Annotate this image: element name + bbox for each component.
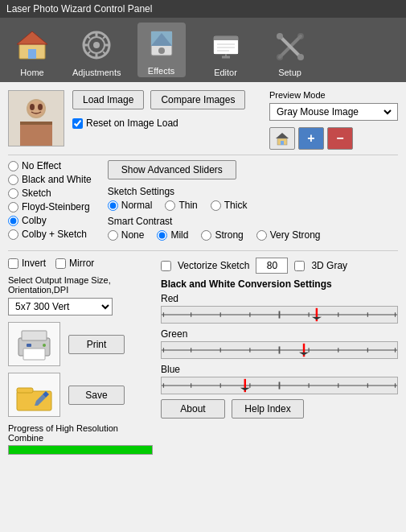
adjustments-icon xyxy=(77,26,116,64)
plus-nav-button[interactable]: + xyxy=(298,127,324,150)
effect-sketch[interactable]: Sketch xyxy=(8,188,92,199)
svg-rect-19 xyxy=(214,36,238,40)
invert-label: Invert xyxy=(22,258,46,269)
toolbar: Home Adjustments xyxy=(0,18,406,82)
normal-radio[interactable] xyxy=(108,200,118,211)
sketch-normal[interactable]: Normal xyxy=(108,200,153,211)
svg-rect-35 xyxy=(20,123,52,146)
print-button[interactable]: Print xyxy=(68,335,125,354)
blue-slider-label: Blue xyxy=(161,364,398,375)
middle-section: No Effect Black and White Sketch Floyd-S… xyxy=(8,160,398,245)
toolbar-item-home[interactable]: Home xyxy=(8,26,56,77)
minus-nav-button[interactable]: − xyxy=(327,127,353,150)
3d-gray-label: 3D Gray xyxy=(311,260,347,271)
svg-line-11 xyxy=(103,52,106,55)
thick-radio[interactable] xyxy=(211,200,221,211)
home-icon xyxy=(13,26,51,64)
output-label: Select Output Image Size, Orientation,DP… xyxy=(8,275,153,295)
svg-point-47 xyxy=(43,344,46,347)
mirror-checkbox[interactable] xyxy=(55,258,66,269)
green-slider-track[interactable] xyxy=(161,341,398,359)
vectorize-checkbox[interactable] xyxy=(161,261,171,271)
colby-radio[interactable] xyxy=(8,216,18,226)
thin-radio[interactable] xyxy=(165,200,175,211)
svg-point-37 xyxy=(30,104,35,110)
toolbar-item-adjustments[interactable]: Adjustments xyxy=(72,26,121,77)
sketch-settings-section: Sketch Settings Normal Thin Thick xyxy=(108,186,398,211)
sketch-settings-label: Sketch Settings xyxy=(108,186,398,197)
effect-colby[interactable]: Colby xyxy=(8,215,92,226)
red-slider-track[interactable] xyxy=(161,306,398,324)
green-slider-label: Green xyxy=(161,328,398,340)
toolbar-item-setup[interactable]: Setup xyxy=(266,26,314,77)
effect-no-effect[interactable]: No Effect xyxy=(8,160,92,171)
reset-on-load-checkbox[interactable] xyxy=(72,118,83,129)
black-white-radio[interactable] xyxy=(8,175,18,185)
progress-label: Progress of High Resolution Combine xyxy=(8,423,153,443)
svg-marker-71 xyxy=(299,353,309,356)
sketch-thick[interactable]: Thick xyxy=(211,200,248,211)
folder-icon-box xyxy=(8,373,60,417)
toolbar-setup-label: Setup xyxy=(278,68,301,77)
thin-label: Thin xyxy=(178,200,197,211)
bottom-section: Invert Mirror Select Output Image Size, … xyxy=(8,258,398,455)
save-button[interactable]: Save xyxy=(68,386,125,405)
sketch-label: Sketch xyxy=(22,188,51,199)
svg-line-12 xyxy=(103,35,106,39)
red-slider-section: Red xyxy=(161,293,398,324)
preview-mode-select[interactable]: Gray Mouse Image Color Black and White xyxy=(273,105,394,118)
sketch-radio[interactable] xyxy=(8,188,18,199)
colby-sketch-radio[interactable] xyxy=(8,229,18,240)
svg-rect-49 xyxy=(17,388,33,393)
contrast-none[interactable]: None xyxy=(108,229,145,241)
sketch-thin[interactable]: Thin xyxy=(165,200,197,211)
toolbar-adjustments-label: Adjustments xyxy=(72,68,121,77)
mirror-checkbox-row: Mirror xyxy=(55,258,94,269)
svg-point-28 xyxy=(277,33,283,39)
load-image-button[interactable]: Load Image xyxy=(72,90,144,109)
effects-radio-group: No Effect Black and White Sketch Floyd-S… xyxy=(8,160,92,245)
invert-checkbox[interactable] xyxy=(8,258,18,269)
help-index-button[interactable]: Help Index xyxy=(232,399,304,419)
contrast-strong[interactable]: Strong xyxy=(201,229,243,241)
output-size-select[interactable]: 5x7 300 Vert xyxy=(8,298,113,315)
reset-checkbox-row: Reset on Image Load xyxy=(72,118,245,129)
numeric-input[interactable]: 80 xyxy=(256,258,288,274)
effect-floyd[interactable]: Floyd-Steinberg xyxy=(8,201,92,212)
toolbar-item-editor[interactable]: Editor xyxy=(202,26,250,77)
none-radio[interactable] xyxy=(108,230,118,241)
svg-marker-82 xyxy=(240,388,250,391)
reset-on-load-label: Reset on Image Load xyxy=(86,118,178,129)
effect-colby-sketch[interactable]: Colby + Sketch xyxy=(8,229,92,240)
setup-icon xyxy=(271,26,310,64)
mild-radio[interactable] xyxy=(157,230,167,241)
svg-rect-45 xyxy=(23,348,45,360)
editor-icon xyxy=(207,26,245,64)
normal-label: Normal xyxy=(121,200,153,211)
strong-radio[interactable] xyxy=(201,230,211,241)
compare-images-button[interactable]: Compare Images xyxy=(150,90,245,109)
minus-icon: − xyxy=(336,131,343,146)
floyd-label: Floyd-Steinberg xyxy=(22,201,90,212)
contrast-mild[interactable]: Mild xyxy=(157,229,188,241)
thick-label: Thick xyxy=(224,200,248,211)
blue-slider-section: Blue xyxy=(161,364,398,394)
effect-black-white[interactable]: Black and White xyxy=(8,174,92,185)
no-effect-radio[interactable] xyxy=(8,161,18,171)
home-nav-button[interactable] xyxy=(269,127,295,150)
contrast-very-strong[interactable]: Very Strong xyxy=(256,229,321,241)
toolbar-item-effects[interactable]: Effects xyxy=(137,23,186,77)
svg-point-38 xyxy=(38,104,43,110)
about-button[interactable]: About xyxy=(161,399,225,419)
mild-label: Mild xyxy=(170,229,188,241)
3d-gray-checkbox[interactable] xyxy=(294,261,305,271)
svg-rect-2 xyxy=(28,49,36,59)
very-strong-radio[interactable] xyxy=(256,230,267,241)
blue-slider-track[interactable] xyxy=(161,377,398,394)
svg-rect-42 xyxy=(281,141,284,145)
toolbar-home-label: Home xyxy=(20,68,43,77)
strong-label: Strong xyxy=(215,229,243,241)
floyd-radio[interactable] xyxy=(8,202,18,212)
show-advanced-sliders-button[interactable]: Show Advanced Sliders xyxy=(108,160,236,179)
save-row: Save xyxy=(8,373,153,417)
